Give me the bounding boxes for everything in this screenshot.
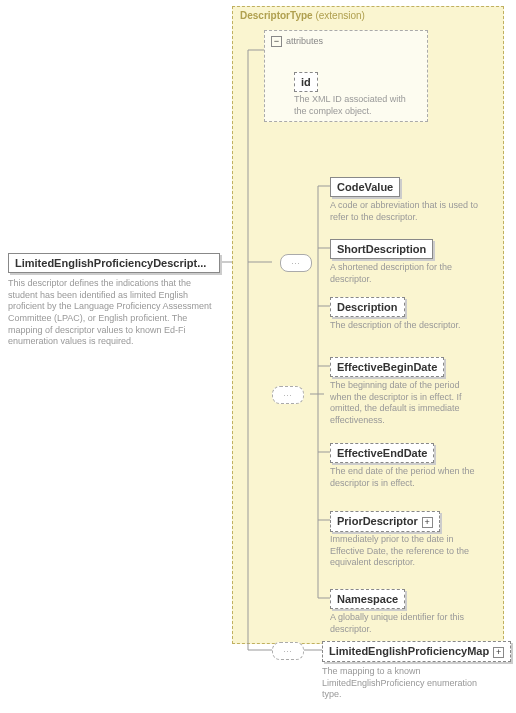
child-effectiveenddate[interactable]: EffectiveEndDate: [330, 443, 434, 463]
expand-icon[interactable]: +: [422, 517, 433, 528]
child-shortdescription[interactable]: ShortDescription: [330, 239, 433, 259]
root-desc: This descriptor defines the indications …: [8, 278, 218, 348]
child-description-desc: The description of the descriptor.: [330, 320, 480, 332]
outer-sequence: ···: [272, 386, 304, 404]
root-element[interactable]: LimitedEnglishProficiencyDescript...: [8, 253, 220, 273]
child-priordescriptor-desc: Immediately prior to the date in Effecti…: [330, 534, 480, 569]
outer-map[interactable]: LimitedEnglishProficiencyMap+: [322, 641, 511, 662]
child-codevalue-desc: A code or abbreviation that is used to r…: [330, 200, 480, 223]
outer-map-desc: The mapping to a known LimitedEnglishPro…: [322, 666, 492, 701]
child-priordescriptor[interactable]: PriorDescriptor+: [330, 511, 440, 532]
child-namespace-desc: A globally unique identifier for this de…: [330, 612, 480, 635]
child-description[interactable]: Description: [330, 297, 405, 317]
child-effectivebegindate[interactable]: EffectiveBeginDate: [330, 357, 444, 377]
child-effectiveenddate-desc: The end date of the period when the desc…: [330, 466, 480, 489]
expand-icon[interactable]: +: [493, 647, 504, 658]
collapse-icon[interactable]: −: [271, 36, 282, 47]
map-sequence: ···: [272, 642, 304, 660]
attr-id[interactable]: id: [294, 72, 318, 92]
child-shortdescription-desc: A shortened description for the descript…: [330, 262, 480, 285]
inner-sequence: ···: [280, 254, 312, 272]
child-effectivebegindate-desc: The beginning date of the period when th…: [330, 380, 480, 427]
child-codevalue[interactable]: CodeValue: [330, 177, 400, 197]
attr-id-desc: The XML ID associated with the complex o…: [294, 94, 420, 117]
child-namespace[interactable]: Namespace: [330, 589, 405, 609]
